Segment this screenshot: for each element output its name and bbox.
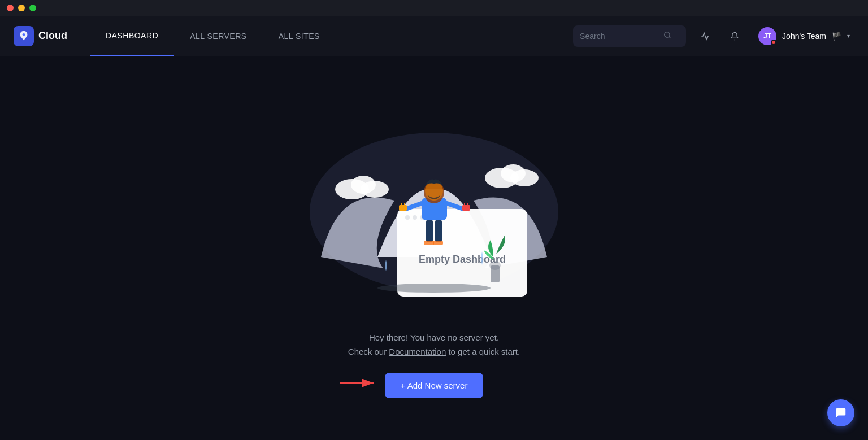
svg-point-8 [510,169,539,186]
svg-point-29 [377,284,491,293]
svg-rect-28 [433,241,443,245]
avatar-badge [771,40,776,45]
close-button[interactable] [7,5,14,11]
svg-rect-26 [435,220,442,242]
user-name: John's Team [782,32,826,41]
add-server-container: + Add New server [385,373,484,398]
avatar: JT [758,27,776,45]
search-box[interactable] [573,25,686,47]
svg-rect-18 [399,205,407,211]
logo-text: Cloud [38,30,67,42]
svg-point-0 [23,33,25,36]
nav-all-servers[interactable]: ALL SERVERS [174,16,262,56]
titlebar [0,0,868,16]
chevron-down-icon: ▾ [847,33,850,39]
svg-point-11 [413,215,417,220]
empty-desc-line2: Check our Documentation to get a quick s… [348,345,520,359]
documentation-link[interactable]: Documentation [389,347,446,356]
flag-icon: 🏴 [832,32,841,41]
illustration-area: Empty Dashboard [293,99,575,313]
logo-icon [14,26,34,46]
check-our-text: Check our [348,347,389,356]
nav-links: DASHBOARD ALL SERVERS ALL SITES [90,16,336,56]
main-content: ✦ Feedback Empty [0,56,868,440]
svg-rect-25 [426,220,433,242]
svg-rect-27 [424,241,434,245]
activity-icon-btn[interactable] [695,26,715,46]
empty-desc-line1: Hey there! You have no server yet. [348,330,520,345]
nav-dashboard[interactable]: DASHBOARD [90,16,174,56]
svg-point-10 [405,215,410,220]
logo-area[interactable]: Cloud [14,26,67,46]
empty-state-text: Hey there! You have no server yet. Check… [348,330,520,359]
user-area[interactable]: JT John's Team 🏴 ▾ [754,25,854,47]
notification-icon-btn[interactable] [724,26,745,46]
red-arrow [340,374,379,396]
nav-all-sites[interactable]: ALL SITES [263,16,336,56]
maximize-button[interactable] [29,5,36,11]
svg-point-1 [665,32,670,37]
chat-button[interactable] [827,399,854,426]
search-input[interactable] [580,32,659,41]
svg-point-31 [489,261,501,270]
navbar-right: JT John's Team 🏴 ▾ [573,25,854,47]
minimize-button[interactable] [18,5,25,11]
quick-start-text: to get a quick start. [446,347,520,356]
add-new-server-button[interactable]: + Add New server [385,373,484,398]
search-icon [663,31,671,41]
navbar: Cloud DASHBOARD ALL SERVERS ALL SITES [0,16,868,56]
svg-rect-22 [462,205,470,211]
svg-point-5 [361,181,389,198]
svg-rect-9 [397,209,527,297]
